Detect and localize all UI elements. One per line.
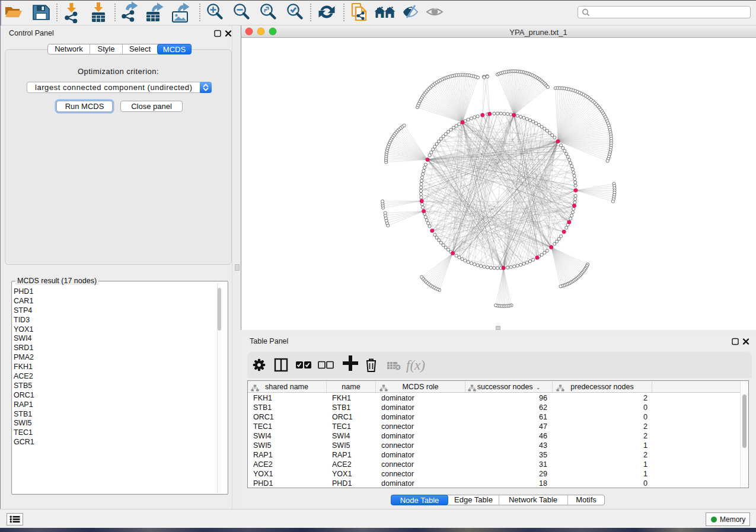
svg-text:f(x): f(x)	[406, 358, 425, 373]
